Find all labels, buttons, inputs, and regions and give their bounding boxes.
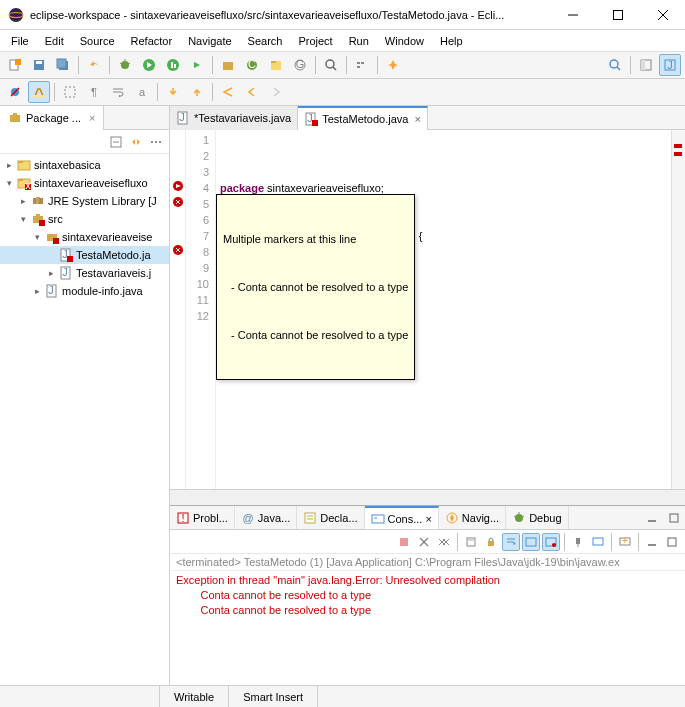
toggle-breadcrumb-button[interactable] — [351, 54, 373, 76]
err-marker-icon[interactable] — [172, 244, 184, 256]
console-output[interactable]: Exception in thread "main" java.lang.Err… — [170, 571, 685, 685]
tree-node[interactable]: ▾sintaxevarieaveise — [0, 228, 169, 246]
tree-toggle-icon[interactable]: ▸ — [30, 286, 44, 296]
new-class-button[interactable]: C — [241, 54, 263, 76]
run-last-button[interactable] — [186, 54, 208, 76]
tree-toggle-icon[interactable]: ▸ — [16, 196, 30, 206]
close-icon[interactable]: × — [414, 113, 420, 125]
tree-node[interactable]: ▾xsintaxevarieaveisefluxo — [0, 174, 169, 192]
package-explorer-tab[interactable]: Package ... × — [0, 106, 104, 130]
overview-ruler[interactable] — [671, 130, 685, 489]
view-tab-navigator[interactable]: Navig... — [439, 506, 506, 530]
view-tab-label: Navig... — [462, 512, 499, 524]
word-wrap-button[interactable] — [107, 81, 129, 103]
block-selection-button[interactable] — [59, 81, 81, 103]
word-wrap-console-button[interactable] — [502, 533, 520, 551]
open-console-button[interactable]: + — [616, 533, 634, 551]
view-tab-problems[interactable]: !Probl... — [170, 506, 235, 530]
show-codeminings-button[interactable]: a — [131, 81, 153, 103]
tree-toggle-icon[interactable]: ▾ — [2, 178, 16, 188]
remove-launch-button[interactable] — [415, 533, 433, 551]
maximize-view-button[interactable] — [663, 533, 681, 551]
display-console-button[interactable] — [589, 533, 607, 551]
minimize-view-button[interactable] — [643, 533, 661, 551]
new-button[interactable] — [4, 54, 26, 76]
open-perspective-button[interactable] — [635, 54, 657, 76]
pin-console-button[interactable] — [569, 533, 587, 551]
maximize-button[interactable] — [595, 0, 640, 30]
editor-body[interactable]: 123456789101112 Multiple markers at this… — [170, 130, 685, 489]
next-annotation-button[interactable] — [162, 81, 184, 103]
menu-window[interactable]: Window — [378, 33, 431, 49]
save-all-button[interactable] — [52, 54, 74, 76]
editor-tab[interactable]: J*Testavariaveis.java — [170, 106, 298, 130]
code-area[interactable]: Multiple markers at this line - Conta ca… — [216, 130, 671, 489]
package-explorer-tree[interactable]: ▸sintaxebasica▾xsintaxevarieaveisefluxo▸… — [0, 154, 169, 685]
coverage-button[interactable] — [162, 54, 184, 76]
editor-scrollbar[interactable] — [170, 489, 685, 505]
new-package-button[interactable] — [217, 54, 239, 76]
view-tab-console[interactable]: Cons...× — [365, 506, 439, 530]
tree-node[interactable]: ▸JRE System Library [J — [0, 192, 169, 210]
terminate-button[interactable] — [395, 533, 413, 551]
collapse-all-button[interactable] — [107, 133, 125, 151]
close-button[interactable] — [640, 0, 685, 30]
editor-tab[interactable]: JTestaMetodo.java× — [298, 106, 428, 130]
quick-access-button[interactable] — [604, 54, 626, 76]
run-err-marker-icon[interactable] — [172, 180, 184, 192]
close-icon[interactable]: × — [89, 112, 95, 124]
run-button[interactable] — [138, 54, 160, 76]
marker-ruler[interactable] — [170, 130, 186, 489]
open-type-button[interactable]: G — [289, 54, 311, 76]
menu-source[interactable]: Source — [73, 33, 122, 49]
skip-breakpoints-button[interactable] — [4, 81, 26, 103]
forward-button[interactable] — [265, 81, 287, 103]
clear-console-button[interactable] — [462, 533, 480, 551]
search-button[interactable] — [320, 54, 342, 76]
tree-node[interactable]: ▸JTestavariaveis.j — [0, 264, 169, 282]
tree-node[interactable]: ▸sintaxebasica — [0, 156, 169, 174]
tree-toggle-icon[interactable]: ▾ — [16, 214, 30, 224]
close-icon[interactable]: × — [425, 513, 431, 525]
svg-rect-41 — [65, 87, 75, 97]
new-project-button[interactable] — [265, 54, 287, 76]
last-edit-button[interactable] — [217, 81, 239, 103]
minimize-panel-button[interactable] — [641, 507, 663, 529]
link-editor-button[interactable] — [127, 133, 145, 151]
prev-annotation-button[interactable] — [186, 81, 208, 103]
scroll-lock-button[interactable] — [482, 533, 500, 551]
minimize-button[interactable] — [550, 0, 595, 30]
undo-button[interactable] — [83, 54, 105, 76]
tree-toggle-icon[interactable]: ▸ — [44, 268, 58, 278]
view-menu-button[interactable] — [147, 133, 165, 151]
menu-edit[interactable]: Edit — [38, 33, 71, 49]
menu-run[interactable]: Run — [342, 33, 376, 49]
debug-button[interactable] — [114, 54, 136, 76]
tree-node[interactable]: ▸Jmodule-info.java — [0, 282, 169, 300]
java-perspective-button[interactable]: J — [659, 54, 681, 76]
view-tab-javadoc[interactable]: @Java... — [235, 506, 297, 530]
view-tab-debug[interactable]: Debug — [506, 506, 568, 530]
menu-search[interactable]: Search — [241, 33, 290, 49]
back-button[interactable] — [241, 81, 263, 103]
menu-navigate[interactable]: Navigate — [181, 33, 238, 49]
java-err-icon: J — [304, 112, 318, 126]
save-button[interactable] — [28, 54, 50, 76]
tree-toggle-icon[interactable]: ▸ — [2, 160, 16, 170]
remove-all-button[interactable] — [435, 533, 453, 551]
menu-refactor[interactable]: Refactor — [124, 33, 180, 49]
show-whitespace-button[interactable]: ¶ — [83, 81, 105, 103]
menu-help[interactable]: Help — [433, 33, 470, 49]
show-console-output-button[interactable] — [522, 533, 540, 551]
view-tab-declaration[interactable]: Decla... — [297, 506, 364, 530]
tree-toggle-icon[interactable]: ▾ — [30, 232, 44, 242]
pin-button[interactable] — [382, 54, 404, 76]
menu-project[interactable]: Project — [291, 33, 339, 49]
tree-node[interactable]: JTestaMetodo.ja — [0, 246, 169, 264]
tree-node[interactable]: ▾src — [0, 210, 169, 228]
err-marker-icon[interactable] — [172, 196, 184, 208]
show-console-err-button[interactable] — [542, 533, 560, 551]
menu-file[interactable]: File — [4, 33, 36, 49]
maximize-panel-button[interactable] — [663, 507, 685, 529]
toggle-mark-occurrences-button[interactable] — [28, 81, 50, 103]
